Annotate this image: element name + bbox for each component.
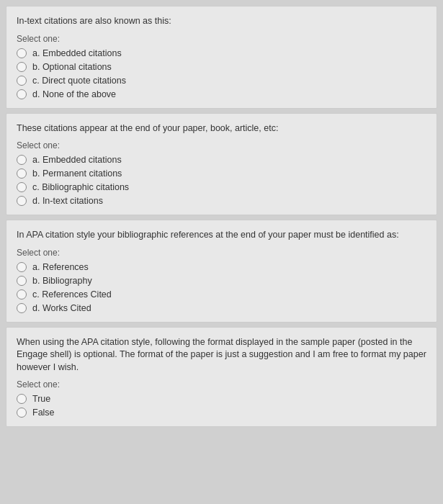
options-list-3: a. Referencesb. Bibliographyc. Reference… [17,262,426,313]
option-item-q2b[interactable]: b. Permanent citations [17,168,426,179]
radio-q1a[interactable] [17,48,27,58]
option-item-q3b[interactable]: b. Bibliography [17,276,426,286]
radio-q4a[interactable] [17,394,27,404]
question-text-2: These citations appear at the end of you… [17,122,426,135]
option-item-q2a[interactable]: a. Embedded citations [17,155,426,165]
question-block-1: In-text citations are also known as this… [6,6,437,109]
option-label-q1b: b. Optional citations [32,62,112,72]
option-item-q1b[interactable]: b. Optional citations [17,62,426,72]
option-item-q2d[interactable]: d. In-text citations [17,196,426,206]
radio-q3b[interactable] [17,276,27,286]
option-label-q2d: d. In-text citations [32,196,103,206]
option-item-q4a[interactable]: True [17,394,426,404]
option-item-q3c[interactable]: c. References Cited [17,289,426,300]
option-label-q3d: d. Works Cited [32,303,91,313]
radio-q1d[interactable] [17,89,27,99]
radio-q3d[interactable] [17,303,27,313]
question-text-3: In APA citation style your bibliographic… [17,229,426,242]
options-list-4: TrueFalse [17,394,426,418]
options-list-1: a. Embedded citationsb. Optional citatio… [17,48,426,99]
select-one-label-4: Select one: [17,379,426,390]
question-text-4: When using the APA citation style, follo… [17,336,426,374]
option-label-q2b: b. Permanent citations [32,168,122,179]
radio-q2a[interactable] [17,155,27,165]
option-item-q1d[interactable]: d. None of the above [17,89,426,99]
option-label-q1c: c. Direct quote citations [32,76,126,86]
radio-q4b[interactable] [17,408,27,418]
option-label-q4b: False [32,408,55,418]
select-one-label-3: Select one: [17,248,426,258]
select-one-label-2: Select one: [17,140,426,150]
option-label-q2c: c. Bibliographic citations [32,182,129,192]
options-list-2: a. Embedded citationsb. Permanent citati… [17,155,426,206]
option-item-q1c[interactable]: c. Direct quote citations [17,76,426,86]
radio-q1c[interactable] [17,76,27,86]
option-label-q4a: True [32,394,50,404]
option-label-q1a: a. Embedded citations [32,48,122,58]
radio-q2d[interactable] [17,196,27,206]
radio-q3c[interactable] [17,289,27,300]
question-text-1: In-text citations are also known as this… [17,15,426,28]
radio-q2b[interactable] [17,168,27,179]
option-label-q3c: c. References Cited [32,289,112,300]
radio-q3a[interactable] [17,262,27,272]
option-item-q1a[interactable]: a. Embedded citations [17,48,426,58]
option-item-q3a[interactable]: a. References [17,262,426,272]
option-item-q2c[interactable]: c. Bibliographic citations [17,182,426,192]
question-block-4: When using the APA citation style, follo… [6,327,437,428]
option-item-q4b[interactable]: False [17,408,426,418]
option-item-q3d[interactable]: d. Works Cited [17,303,426,313]
question-block-3: In APA citation style your bibliographic… [6,220,437,323]
page-container: In-text citations are also known as this… [0,0,443,433]
radio-q2c[interactable] [17,182,27,192]
radio-q1b[interactable] [17,62,27,72]
option-label-q1d: d. None of the above [32,89,116,99]
question-block-2: These citations appear at the end of you… [6,113,437,216]
option-label-q3a: a. References [32,262,89,272]
option-label-q3b: b. Bibliography [32,276,92,286]
option-label-q2a: a. Embedded citations [32,155,122,165]
select-one-label-1: Select one: [17,34,426,44]
